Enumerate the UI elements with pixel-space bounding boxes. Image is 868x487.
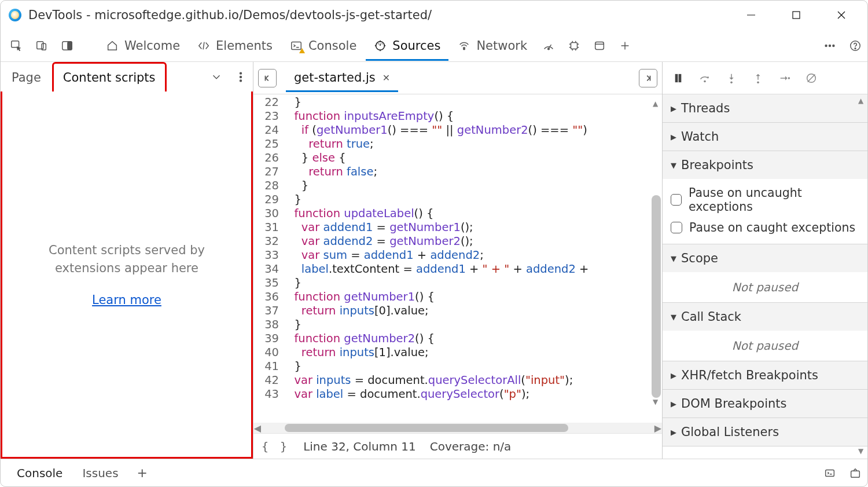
svg-point-13 <box>464 48 465 50</box>
navigator-tab-content-scripts[interactable]: Content scripts <box>52 62 167 91</box>
code-editor[interactable]: 22 23 24 25 26 27 28 29 30 31 32 33 34 3… <box>253 94 662 423</box>
section-breakpoints[interactable]: ▼Breakpoints <box>663 151 867 179</box>
help-icon[interactable] <box>843 34 867 58</box>
memory-icon[interactable] <box>562 34 586 58</box>
svg-point-26 <box>240 72 242 74</box>
drawer-console-settings-icon[interactable] <box>818 461 842 485</box>
tab-sources[interactable]: Sources <box>366 31 448 61</box>
svg-rect-42 <box>826 470 834 476</box>
vertical-scrollbar[interactable]: ▲ ▼ <box>652 100 661 405</box>
svg-rect-43 <box>851 471 860 477</box>
debugger-scrollbar[interactable]: ▲ ▼ <box>857 97 866 455</box>
callstack-not-paused: Not paused <box>663 331 867 361</box>
inspect-icon[interactable] <box>4 34 28 58</box>
tab-network[interactable]: Network <box>450 31 535 61</box>
svg-rect-4 <box>12 41 19 47</box>
add-tab-icon[interactable] <box>613 34 637 58</box>
drawer-add-icon[interactable]: + <box>129 466 156 480</box>
navigator-panel: Page Content scripts Content scripts ser… <box>1 62 253 459</box>
application-icon[interactable] <box>587 34 612 58</box>
deactivate-breakpoints-button[interactable] <box>799 66 823 90</box>
checkbox-icon <box>671 222 682 233</box>
svg-line-41 <box>808 74 815 82</box>
svg-point-21 <box>825 45 827 46</box>
drawer-expand-icon[interactable] <box>843 461 867 485</box>
close-button[interactable] <box>827 6 856 24</box>
minimize-button[interactable] <box>737 6 766 24</box>
svg-point-28 <box>240 79 242 81</box>
pretty-print-button[interactable]: { } <box>262 440 289 453</box>
line-gutter: 22 23 24 25 26 27 28 29 30 31 32 33 34 3… <box>253 96 287 423</box>
horizontal-scroll-thumb[interactable] <box>285 424 568 432</box>
file-tab[interactable]: get-started.js ✕ <box>286 71 398 92</box>
section-callstack[interactable]: ▼Call Stack <box>663 303 867 331</box>
section-scope[interactable]: ▼Scope <box>663 244 867 272</box>
svg-rect-17 <box>595 42 604 49</box>
app-icon <box>9 9 21 21</box>
step-over-button[interactable] <box>693 66 717 90</box>
pause-button[interactable] <box>666 66 690 90</box>
svg-rect-8 <box>68 41 72 50</box>
svg-rect-31 <box>675 74 677 82</box>
more-icon[interactable] <box>818 34 842 58</box>
section-xhr[interactable]: ▶XHR/fetch Breakpoints <box>663 361 867 389</box>
navigator-dropdown-icon[interactable] <box>204 65 229 89</box>
debugger-panel: ▶Threads ▶Watch ▼Breakpoints Pause on un… <box>663 62 867 459</box>
section-dom[interactable]: ▶DOM Breakpoints <box>663 390 867 418</box>
svg-line-9 <box>203 42 204 49</box>
checkbox-icon <box>671 194 682 206</box>
home-icon <box>106 39 119 52</box>
drawer-tab-console[interactable]: Console <box>8 460 72 486</box>
drawer: Console Issues + <box>1 459 867 486</box>
navigator-tab-page[interactable]: Page <box>1 62 52 91</box>
network-icon <box>458 39 470 52</box>
svg-point-15 <box>548 48 550 50</box>
learn-more-link[interactable]: Learn more <box>92 293 161 307</box>
window-title: DevTools - microsoftedge.github.io/Demos… <box>28 8 432 22</box>
editor-statusbar: { } Line 32, Column 11 Coverage: n/a <box>253 433 662 459</box>
scope-not-paused: Not paused <box>663 272 867 302</box>
svg-rect-1 <box>793 12 800 19</box>
file-name: get-started.js <box>294 71 376 85</box>
svg-point-37 <box>757 81 759 83</box>
navigator-more-icon[interactable] <box>229 65 253 89</box>
toggle-navigator-button[interactable] <box>258 69 277 87</box>
device-emulation-icon[interactable] <box>30 34 54 58</box>
titlebar: DevTools - microsoftedge.github.io/Demos… <box>1 1 867 30</box>
drawer-tab-issues[interactable]: Issues <box>73 460 127 486</box>
close-file-icon[interactable]: ✕ <box>382 72 390 83</box>
step-button[interactable] <box>773 66 797 90</box>
pause-uncaught-checkbox[interactable]: Pause on uncaught exceptions <box>671 184 859 218</box>
pause-caught-checkbox[interactable]: Pause on caught exceptions <box>671 218 859 239</box>
code-content[interactable]: } function inputsAreEmpty() { if (getNum… <box>287 96 662 423</box>
svg-point-27 <box>240 76 242 78</box>
performance-icon[interactable] <box>536 34 561 58</box>
svg-point-25 <box>855 47 856 49</box>
step-into-button[interactable] <box>719 66 744 90</box>
tab-console[interactable]: Console <box>282 31 365 61</box>
svg-point-35 <box>730 81 733 83</box>
elements-icon <box>197 39 210 52</box>
editor-panel: get-started.js ✕ 22 23 24 25 26 27 28 29… <box>253 62 663 459</box>
devtools-tabbar: Welcome Elements Console Sources Network <box>1 30 867 62</box>
tab-welcome[interactable]: Welcome <box>98 31 188 61</box>
vertical-scroll-thumb[interactable] <box>652 195 661 398</box>
svg-point-33 <box>704 80 706 82</box>
svg-rect-16 <box>571 42 578 49</box>
dock-side-icon[interactable] <box>55 34 79 58</box>
svg-point-22 <box>829 45 831 46</box>
section-threads[interactable]: ▶Threads <box>663 94 867 122</box>
cursor-position: Line 32, Column 11 <box>303 440 416 453</box>
section-global[interactable]: ▶Global Listeners <box>663 418 867 446</box>
section-watch[interactable]: ▶Watch <box>663 123 867 151</box>
horizontal-scrollbar[interactable]: ◀ ▶ <box>253 423 662 433</box>
svg-rect-5 <box>37 41 43 49</box>
tab-elements[interactable]: Elements <box>189 31 281 61</box>
toggle-debugger-button[interactable] <box>639 69 657 87</box>
step-out-button[interactable] <box>746 66 770 90</box>
maximize-button[interactable] <box>782 6 811 24</box>
svg-rect-32 <box>679 74 681 82</box>
svg-point-39 <box>788 77 790 79</box>
empty-message: Content scripts served by extensions app… <box>31 241 222 277</box>
coverage-status: Coverage: n/a <box>430 440 512 453</box>
